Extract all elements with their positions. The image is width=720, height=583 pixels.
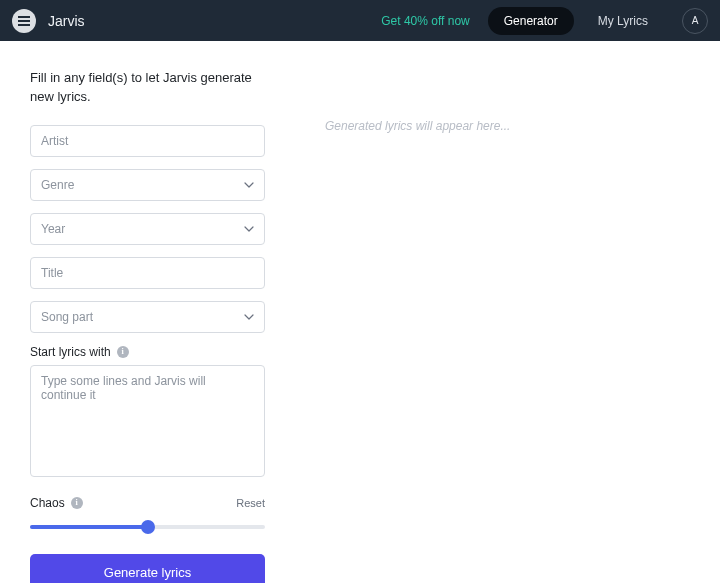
promo-link[interactable]: Get 40% off now — [381, 14, 470, 28]
song-part-select[interactable]: Song part — [30, 301, 265, 333]
output-pane: Generated lyrics will appear here... — [295, 41, 720, 583]
chaos-slider[interactable] — [30, 518, 265, 536]
info-icon[interactable]: i — [71, 497, 83, 509]
title-input[interactable] — [30, 257, 265, 289]
genre-select[interactable]: Genre — [30, 169, 265, 201]
slider-thumb[interactable] — [141, 520, 155, 534]
chevron-down-icon — [244, 180, 254, 190]
artist-input[interactable] — [30, 125, 265, 157]
form-intro: Fill in any field(s) to let Jarvis gener… — [30, 69, 265, 107]
menu-button[interactable] — [12, 9, 36, 33]
start-lyrics-label-row: Start lyrics with i — [30, 345, 265, 359]
hamburger-icon — [18, 16, 30, 26]
slider-track — [30, 525, 265, 529]
year-select-placeholder: Year — [41, 222, 65, 236]
chaos-reset-button[interactable]: Reset — [236, 497, 265, 509]
start-lyrics-label: Start lyrics with — [30, 345, 111, 359]
chaos-header: Chaos i Reset — [30, 496, 265, 510]
info-icon[interactable]: i — [117, 346, 129, 358]
svg-rect-0 — [18, 16, 30, 18]
output-placeholder: Generated lyrics will appear here... — [325, 119, 690, 133]
chevron-down-icon — [244, 312, 254, 322]
user-avatar[interactable]: A — [682, 8, 708, 34]
app-header: Jarvis Get 40% off now Generator My Lyri… — [0, 0, 720, 41]
app-brand: Jarvis — [48, 13, 85, 29]
nav-generator[interactable]: Generator — [488, 7, 574, 35]
chaos-label: Chaos — [30, 496, 65, 510]
genre-select-placeholder: Genre — [41, 178, 74, 192]
generate-button[interactable]: Generate lyrics — [30, 554, 265, 583]
chevron-down-icon — [244, 224, 254, 234]
form-pane: Fill in any field(s) to let Jarvis gener… — [0, 41, 295, 583]
nav-my-lyrics[interactable]: My Lyrics — [582, 7, 664, 35]
year-select[interactable]: Year — [30, 213, 265, 245]
song-part-select-placeholder: Song part — [41, 310, 93, 324]
start-lyrics-textarea[interactable] — [30, 365, 265, 477]
svg-rect-1 — [18, 20, 30, 22]
svg-rect-2 — [18, 24, 30, 26]
main-content: Fill in any field(s) to let Jarvis gener… — [0, 41, 720, 583]
slider-fill — [30, 525, 148, 529]
